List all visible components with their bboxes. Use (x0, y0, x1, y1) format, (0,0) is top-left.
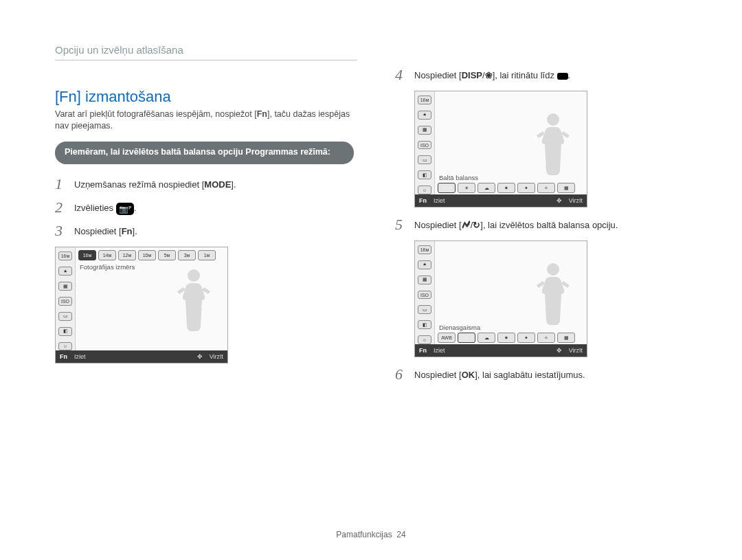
nav-glyph-icon: ✥ (556, 347, 562, 354)
flash-icon: 🗲 (462, 220, 471, 230)
wb-chip: ✦ (517, 333, 535, 343)
wb-row: AWB ☀ ☁ ✷ ✦ ✧ ▦ (435, 183, 587, 194)
step-text: Nospiediet [OK], lai saglabātu iestatīju… (414, 367, 585, 382)
wb-chip: ☁ (477, 183, 495, 193)
step-1: 1 Uzņemšanas režīmā nospiediet [MODE]. (55, 177, 354, 192)
step-number: 6 (395, 367, 414, 382)
camera-screen-1: 16м ★ ▦ ISO ▭ ◧ ☼ 16м 14м 12м 10м 5м 3м (55, 247, 228, 363)
sidebar-icon: ISO (418, 291, 431, 300)
wb-chip: AWB (438, 333, 456, 343)
preview-silhouette-icon (529, 256, 577, 331)
fn-label: Fn (419, 347, 427, 354)
preview-silhouette-icon (170, 262, 218, 337)
step-text: Uzņemšanas režīmā nospiediet [MODE]. (74, 177, 236, 192)
lcd-top-row: 16м 14м 12м 10м 5м 3м 1м (76, 247, 227, 262)
camera-screen-3: 16м ★ ▦ ISO ▭ ◧ ☼ Dienasgaisma AWB ☀ ☁ ✷ (414, 240, 587, 357)
fn-label: Fn (60, 353, 67, 360)
size-chip: 3м (178, 250, 196, 260)
step-text: Nospiediet [Fn]. (74, 223, 137, 238)
size-chip: 1м (198, 250, 216, 260)
wb-chip: ✧ (537, 333, 555, 343)
nav-glyph-icon: ✥ (556, 197, 562, 204)
footer-page: 24 (396, 530, 405, 539)
sidebar-icon: ☼ (418, 186, 431, 194)
timer-icon: ↻ (473, 220, 480, 230)
sidebar-icon: ISO (418, 141, 431, 150)
exit-label: Iziet (434, 347, 445, 354)
steps-right-3: 6 Nospiediet [OK], lai saglabātu iestatī… (395, 367, 694, 382)
lcd-footer: Fn Iziet ✥ Virzīt (415, 194, 587, 207)
exit-label: Iziet (434, 197, 445, 204)
step-number: 3 (55, 223, 74, 238)
wb-chip: ✧ (537, 183, 555, 193)
camera-screen-2: 16м ★ ▦ ISO ▭ ◧ ☼ Baltā balanss AWB ☀ ☁ … (414, 91, 587, 208)
step-text: Nospiediet [DISP/❀], lai ritinātu līdz . (414, 67, 570, 82)
sidebar-icon: ▦ (58, 282, 72, 291)
camera-p-icon: 📷ᴾ (116, 203, 134, 216)
sidebar-icon: ▭ (418, 155, 431, 164)
steps-right: 4 Nospiediet [DISP/❀], lai ritinātu līdz… (395, 67, 694, 82)
steps-left: 1 Uzņemšanas režīmā nospiediet [MODE]. 2… (55, 177, 354, 238)
nav-label: Virzīt (569, 197, 583, 204)
lcd-sidebar: 16м ★ ▦ ISO ▭ ◧ ☼ (415, 241, 435, 344)
wb-chip: AWB (438, 183, 456, 193)
size-chip: 14м (98, 250, 116, 260)
step-5: 5 Nospiediet [🗲/↻], lai izvēlētos baltā … (395, 217, 694, 232)
step-2: 2 Izvēlieties 📷ᴾ. (55, 200, 354, 215)
step-text: Izvēlieties 📷ᴾ. (74, 200, 136, 215)
wb-chip: ✷ (497, 183, 515, 193)
nav-label: Virzīt (569, 347, 583, 354)
flower-icon: ❀ (485, 70, 493, 80)
page-footer: Pamatfunkcijas 24 (0, 530, 742, 539)
wb-row: AWB ☀ ☁ ✷ ✦ ✧ ▦ (435, 333, 587, 344)
preview-silhouette-icon (529, 107, 577, 181)
sidebar-icon: ★ (418, 260, 431, 269)
intro-text: Varat arī piekļūt fotografēšanas iespējā… (55, 109, 354, 132)
sidebar-icon: ☼ (58, 342, 72, 351)
size-chip: 10м (138, 250, 156, 260)
lcd-footer: Fn Iziet ✥ Virzīt (415, 344, 587, 357)
sidebar-icon: ★ (58, 267, 72, 276)
step-number: 4 (395, 67, 414, 82)
breadcrumb: Opciju un izvēlņu atlasīšana (55, 44, 357, 60)
sidebar-icon: 16м (58, 251, 72, 260)
sidebar-icon: ▦ (418, 276, 431, 284)
sidebar-icon: ★ (418, 111, 431, 120)
wb-chip: ▦ (557, 333, 575, 343)
sidebar-icon: ◧ (58, 327, 72, 336)
steps-right-2: 5 Nospiediet [🗲/↻], lai izvēlētos baltā … (395, 217, 694, 232)
example-callout: Piemēram, lai izvēlētos baltā balansa op… (55, 142, 354, 165)
nav-glyph-icon: ✥ (197, 353, 203, 360)
sidebar-icon: 16м (418, 245, 431, 254)
sidebar-icon: ▦ (418, 126, 431, 135)
wb-chip: ☀ (458, 333, 475, 343)
right-column: 4 Nospiediet [DISP/❀], lai ritinātu līdz… (395, 67, 694, 390)
step-3: 3 Nospiediet [Fn]. (55, 223, 354, 238)
size-chip: 16м (78, 250, 96, 260)
sidebar-icon: 16м (418, 96, 431, 104)
wb-chip: ✷ (497, 333, 515, 343)
fn-label: Fn (419, 197, 427, 204)
wb-chip: ✦ (517, 183, 535, 193)
step-text: Nospiediet [🗲/↻], lai izvēlētos baltā ba… (414, 217, 618, 232)
step-number: 5 (395, 217, 414, 232)
left-column: [Fn] izmantošana Varat arī piekļūt fotog… (55, 88, 354, 390)
step-6: 6 Nospiediet [OK], lai saglabātu iestatī… (395, 367, 694, 382)
lcd-footer: Fn Iziet ✥ Virzīt (56, 350, 227, 363)
footer-section: Pamatfunkcijas (336, 530, 392, 539)
wb-chip: ▦ (557, 183, 575, 193)
size-chip: 5м (158, 250, 176, 260)
section-heading: [Fn] izmantošana (55, 88, 354, 106)
step-number: 2 (55, 200, 74, 215)
exit-label: Iziet (74, 353, 86, 360)
sidebar-icon: ☼ (418, 335, 431, 344)
awb-icon (557, 73, 568, 80)
lcd-sidebar: 16м ★ ▦ ISO ▭ ◧ ☼ (415, 91, 435, 194)
step-4: 4 Nospiediet [DISP/❀], lai ritinātu līdz… (395, 67, 694, 82)
nav-label: Virzīt (210, 353, 223, 360)
sidebar-icon: ◧ (418, 170, 431, 179)
lcd-sidebar: 16м ★ ▦ ISO ▭ ◧ ☼ (56, 247, 76, 350)
wb-chip: ☀ (458, 183, 475, 193)
step-number: 1 (55, 177, 74, 192)
size-chip: 12м (118, 250, 136, 260)
